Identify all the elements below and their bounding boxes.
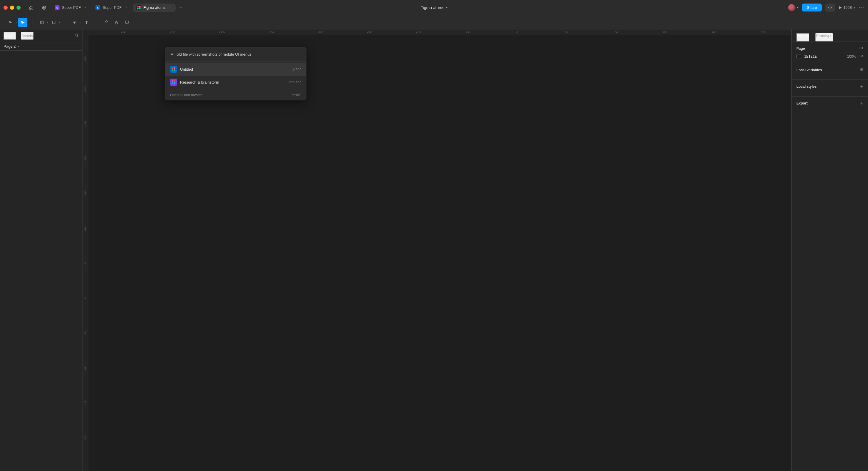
popup-header-text: old file with screenshots of mobile UI m… (177, 52, 252, 57)
component-tool-button[interactable] (101, 18, 111, 27)
prototype-tab[interactable]: Prototype (815, 33, 833, 41)
tab-home[interactable] (25, 3, 37, 12)
tab-superpdf2[interactable]: S Super PDF ✕ (92, 3, 131, 12)
svg-rect-18 (174, 67, 175, 69)
svg-point-26 (861, 48, 862, 48)
ruler-mark-v: 150 (84, 401, 87, 405)
minimize-button[interactable] (10, 6, 14, 10)
shape-tools: ▾ ▾ (36, 18, 61, 27)
popup-item-research[interactable]: Research & brainstorm 8mo ago (165, 76, 306, 89)
svg-rect-17 (172, 67, 173, 69)
share-button[interactable]: Share (802, 3, 822, 11)
pdf-blue-icon: S (95, 5, 100, 10)
file-popup[interactable]: ✦ old file with screenshots of mobile UI… (165, 47, 306, 100)
titlebar: S Super PDF ✕ S Super PDF ✕ Figma atoms (0, 0, 868, 15)
svg-point-32 (860, 68, 861, 69)
ruler-top: -400 -350 -300 -250 -200 -150 -100 -50 0… (83, 29, 792, 35)
design-tab[interactable]: Design (797, 33, 809, 41)
star-icon: ✦ (170, 52, 174, 57)
maximize-button[interactable] (17, 6, 21, 10)
svg-rect-3 (137, 6, 139, 8)
popup-item-untitled[interactable]: Untitled 1y ago (165, 63, 306, 76)
frame-tool-button[interactable] (37, 18, 46, 27)
close-button[interactable] (3, 6, 8, 10)
ruler-mark: -50 (466, 31, 470, 34)
local-variables-header: Local variables (797, 67, 863, 72)
toolbar-separator-2 (65, 19, 65, 26)
svg-point-13 (74, 22, 75, 23)
page-selector[interactable]: Page 2 ▾ (0, 42, 82, 51)
titlebar-center: Figma atoms ▾ (421, 5, 447, 10)
avatar-group[interactable]: ▾ (787, 3, 799, 12)
svg-point-28 (861, 56, 862, 57)
frame-tool-group: ▾ (37, 18, 48, 27)
popup-footer[interactable]: Open all and favorite ⌥⌘F (165, 90, 306, 100)
user-avatar (787, 3, 796, 12)
right-panel: Design Prototype Page 1E1E1E 100% (792, 29, 868, 471)
svg-rect-5 (137, 8, 139, 9)
ruler-mark: -350 (170, 31, 175, 34)
zoom-level: 100% (843, 6, 853, 10)
svg-point-15 (75, 34, 78, 36)
figma-icon (136, 5, 141, 10)
canvas-content[interactable]: ✦ old file with screenshots of mobile UI… (88, 35, 792, 471)
local-styles-add-icon[interactable]: + (860, 84, 863, 89)
project-name: Figma atoms (421, 5, 444, 10)
svg-rect-23 (172, 82, 173, 84)
pen-tool-button[interactable] (70, 18, 79, 27)
canvas-area[interactable]: -400 -350 -300 -250 -200 -150 -100 -50 0… (83, 29, 792, 471)
svg-rect-21 (172, 80, 173, 82)
project-chevron-icon[interactable]: ▾ (446, 6, 447, 9)
tab-figma-atoms-close[interactable]: ✕ (168, 6, 172, 10)
move-tool-button[interactable] (6, 18, 15, 27)
main-layout: Layers Assets Page 2 ▾ -400 -350 -300 -2… (0, 29, 868, 471)
tab-superpdf1[interactable]: S Super PDF ✕ (51, 3, 91, 12)
toolbar-separator-3 (96, 19, 96, 26)
local-variables-settings-icon[interactable] (859, 67, 863, 72)
layers-tab[interactable]: Layers (3, 32, 16, 40)
svg-point-33 (862, 69, 862, 70)
local-variables-section: Local variables (792, 63, 868, 80)
local-variables-title: Local variables (797, 68, 822, 72)
code-view-button[interactable] (825, 3, 835, 12)
pen-tool-group: ▾ (70, 18, 81, 27)
popup-footer-shortcut: ⌥⌘F (292, 93, 302, 97)
more-options-button[interactable]: ··· (859, 5, 865, 10)
ruler-mark: 50 (565, 31, 568, 34)
tab-figma-atoms[interactable]: Figma atoms ✕ (133, 3, 176, 12)
ruler-mark-v: -350 (84, 56, 87, 61)
shape-tool-arrow: ▾ (59, 21, 60, 24)
ruler-mark-v: -200 (84, 156, 87, 161)
svg-rect-9 (40, 21, 43, 24)
ruler-mark-v: -150 (84, 191, 87, 196)
present-button[interactable]: 100% ▾ (838, 6, 855, 10)
select-tool-button[interactable] (18, 18, 27, 27)
svg-point-34 (860, 70, 861, 71)
shape-tool-button[interactable] (49, 18, 59, 27)
ruler-mark-v: 0 (84, 297, 87, 299)
frame-tool-arrow: ▾ (47, 21, 48, 24)
right-panel-tabs: Design Prototype (792, 29, 868, 42)
page-color-swatch[interactable] (797, 54, 801, 59)
ruler-mark-v: 200 (84, 435, 87, 440)
export-add-icon[interactable]: + (860, 101, 863, 106)
popup-footer-label: Open all and favorite (170, 93, 203, 97)
add-tab-button[interactable]: + (177, 3, 185, 12)
text-tool-button[interactable]: T (82, 18, 91, 27)
tab-superpdf1-close[interactable]: ✕ (83, 6, 87, 10)
search-button[interactable] (74, 33, 79, 38)
ruler-left: -350 -300 -250 -200 -150 -100 -50 0 50 1… (83, 35, 88, 471)
tab-globe[interactable] (38, 3, 50, 12)
ruler-mark-v: -100 (84, 226, 87, 231)
page-color-eye-icon[interactable] (859, 54, 863, 59)
svg-marker-8 (839, 6, 842, 9)
move-tool-arrow: ▾ (16, 21, 17, 24)
page-section-visibility-icon[interactable] (859, 46, 863, 51)
comment-tool-button[interactable] (122, 18, 132, 27)
assets-tab[interactable]: Assets (21, 32, 34, 40)
window-controls (3, 6, 21, 10)
hand-tool-button[interactable] (112, 18, 121, 27)
text-icon: T (86, 20, 88, 25)
popup-item-untitled-label: Untitled (180, 67, 288, 71)
tab-superpdf2-close[interactable]: ✕ (124, 6, 128, 10)
